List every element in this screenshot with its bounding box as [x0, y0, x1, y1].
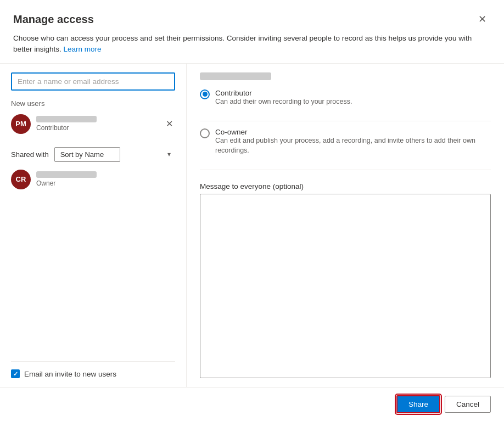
- sort-select[interactable]: Sort by Name Sort by Role: [54, 147, 120, 162]
- right-panel: Contributor Can add their own recording …: [187, 64, 504, 388]
- existing-user-role: Owner: [36, 179, 175, 187]
- co-owner-desc: Can edit and publish your process, add a…: [215, 136, 491, 155]
- message-divider: [200, 170, 491, 170]
- shared-with-label: Shared with: [11, 150, 49, 159]
- email-invite-row: Email an invite to new users: [11, 369, 175, 378]
- existing-user-name-blurred: [36, 171, 97, 178]
- remove-new-user-button[interactable]: ✕: [164, 116, 175, 131]
- manage-access-dialog: Manage access ✕ Choose who can access yo…: [0, 0, 504, 421]
- email-invite-section: Email an invite to new users: [11, 361, 175, 378]
- co-owner-name: Co-owner: [215, 128, 491, 136]
- contributor-text: Contributor Can add their own recording …: [215, 89, 352, 107]
- cancel-button[interactable]: Cancel: [445, 396, 491, 413]
- new-user-item: PM Contributor ✕: [11, 112, 175, 136]
- contributor-radio[interactable]: [200, 89, 210, 99]
- search-input[interactable]: [11, 72, 175, 91]
- learn-more-link[interactable]: Learn more: [64, 45, 102, 53]
- existing-user-item: CR Owner: [11, 167, 175, 192]
- new-user-info: Contributor: [36, 116, 158, 132]
- new-user-name-blurred: [36, 116, 97, 122]
- close-button[interactable]: ✕: [474, 11, 491, 27]
- new-user-role: Contributor: [36, 124, 158, 132]
- co-owner-radio[interactable]: [200, 128, 210, 138]
- dialog-title: Manage access: [13, 13, 94, 26]
- dialog-header: Manage access ✕: [0, 0, 504, 33]
- contributor-name: Contributor: [215, 89, 352, 97]
- co-owner-option[interactable]: Co-owner Can edit and publish your proce…: [200, 128, 491, 155]
- selected-user-name-blurred: [200, 72, 271, 80]
- contributor-option[interactable]: Contributor Can add their own recording …: [200, 89, 491, 107]
- left-panel: New users PM Contributor ✕ Shared with S…: [0, 64, 187, 388]
- new-users-label: New users: [11, 99, 175, 108]
- shared-with-row: Shared with Sort by Name Sort by Role: [11, 147, 175, 162]
- message-box[interactable]: [200, 194, 491, 378]
- role-divider: [200, 121, 491, 121]
- share-button[interactable]: Share: [396, 395, 440, 413]
- existing-user-avatar: CR: [11, 170, 31, 189]
- co-owner-text: Co-owner Can edit and publish your proce…: [215, 128, 491, 155]
- email-invite-checkbox[interactable]: [11, 369, 20, 378]
- dialog-footer: Share Cancel: [0, 387, 504, 421]
- dialog-description: Choose who can access your process and s…: [0, 33, 504, 63]
- email-invite-label: Email an invite to new users: [24, 370, 116, 378]
- dialog-body: New users PM Contributor ✕ Shared with S…: [0, 64, 504, 388]
- existing-user-info: Owner: [36, 171, 175, 187]
- message-label: Message to everyone (optional): [200, 182, 491, 190]
- sort-select-wrapper: Sort by Name Sort by Role: [54, 147, 175, 162]
- new-user-avatar: PM: [11, 114, 31, 134]
- contributor-desc: Can add their own recording to your proc…: [215, 97, 352, 107]
